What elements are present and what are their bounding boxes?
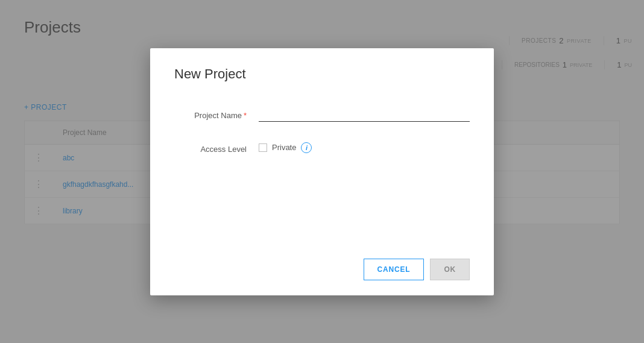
project-name-label: Project Name* xyxy=(174,106,247,120)
private-checkbox[interactable] xyxy=(259,143,267,152)
new-project-dialog: New Project Project Name* Access Level P… xyxy=(150,48,494,295)
private-checkbox-row: Private i xyxy=(259,140,470,153)
project-name-input[interactable] xyxy=(259,106,470,122)
ok-button[interactable]: OK xyxy=(430,259,470,280)
modal-overlay: New Project Project Name* Access Level P… xyxy=(0,0,644,343)
access-level-field: Private i xyxy=(259,140,470,153)
access-level-row: Access Level Private i xyxy=(174,140,470,154)
dialog-spacer xyxy=(174,172,470,238)
info-icon[interactable]: i xyxy=(301,142,312,153)
project-name-row: Project Name* xyxy=(174,106,470,122)
private-label: Private xyxy=(272,143,296,152)
access-level-label: Access Level xyxy=(174,140,247,154)
project-name-field xyxy=(259,106,470,122)
dialog-footer: CANCEL OK xyxy=(174,250,470,280)
dialog-title: New Project xyxy=(174,66,470,82)
cancel-button[interactable]: CANCEL xyxy=(364,259,425,280)
